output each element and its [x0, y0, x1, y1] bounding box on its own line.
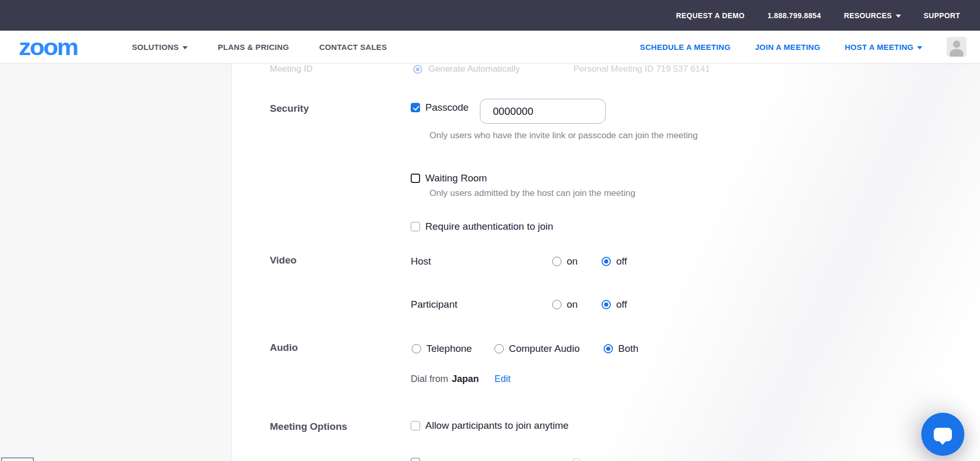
waiting-room-row: Waiting Room — [411, 173, 487, 184]
chevron-down-icon — [917, 46, 922, 49]
personal-meeting-id-label[interactable]: Personal Meeting ID 719 537 6141 — [573, 64, 710, 74]
nav-solutions[interactable]: SOLUTIONS — [132, 43, 188, 51]
participant-on-label: on — [567, 299, 578, 310]
main-navbar: zoom SOLUTIONS PLANS & PRICING CONTACT S… — [0, 31, 980, 63]
host-meeting-label: HOST A MEETING — [845, 43, 913, 51]
generate-automatically-label[interactable]: Generate Automatically — [428, 64, 520, 74]
join-meeting-link[interactable]: JOIN A MEETING — [755, 43, 820, 51]
avatar-person-icon — [953, 41, 960, 48]
meeting-id-row-clipped: Meeting ID Generate Automatically Person… — [232, 63, 980, 77]
schedule-meeting-link[interactable]: SCHEDULE A MEETING — [640, 43, 730, 51]
page-body: Meeting ID Generate Automatically Person… — [0, 63, 980, 461]
chat-widget-button[interactable] — [921, 413, 964, 456]
host-on-label: on — [567, 256, 578, 267]
passcode-checkbox[interactable] — [411, 103, 420, 112]
waiting-room-checkbox[interactable] — [411, 174, 420, 183]
host-meeting-menu[interactable]: HOST A MEETING — [845, 43, 922, 51]
require-auth-checkbox[interactable] — [411, 222, 420, 231]
host-off-radio[interactable] — [602, 257, 611, 266]
participant-video-radios: on off — [552, 299, 627, 310]
audio-radios: Telephone Computer Audio Both — [412, 343, 638, 354]
host-video-label: Host — [411, 256, 431, 267]
meeting-id-label: Meeting ID — [270, 64, 312, 74]
require-auth-row: Require authentication to join — [411, 221, 553, 232]
participant-on-radio[interactable] — [552, 300, 561, 309]
phone-number[interactable]: 1.888.799.8854 — [767, 11, 821, 20]
host-video-radios: on off — [552, 256, 627, 267]
request-demo-link[interactable]: REQUEST A DEMO — [676, 11, 744, 20]
computer-audio-radio[interactable] — [494, 344, 504, 353]
nav-left-group: SOLUTIONS PLANS & PRICING CONTACT SALES — [132, 43, 387, 51]
chevron-down-icon — [182, 46, 188, 49]
chat-bubble-icon — [934, 428, 952, 441]
both-radio[interactable] — [604, 344, 613, 353]
participant-off-radio[interactable] — [602, 300, 611, 309]
resources-label: RESOURCES — [844, 11, 892, 20]
schedule-meeting-form: Meeting ID Generate Automatically Person… — [232, 63, 980, 461]
generate-automatically-radio[interactable] — [413, 65, 422, 74]
resources-menu[interactable]: RESOURCES — [844, 11, 900, 20]
dial-from-prefix: Dial from — [411, 374, 448, 385]
edit-dial-in-link[interactable]: Edit — [494, 374, 511, 385]
support-link[interactable]: SUPPORT — [924, 11, 960, 20]
zoom-logo[interactable]: zoom — [19, 35, 77, 58]
join-anytime-row: Allow participants to join anytime — [411, 420, 569, 431]
left-gutter-panel — [0, 63, 232, 461]
telephone-radio[interactable] — [412, 344, 421, 353]
meeting-options-section-label: Meeting Options — [270, 421, 347, 432]
profile-avatar[interactable] — [947, 37, 966, 57]
host-on-radio[interactable] — [552, 257, 561, 266]
nav-contact-sales[interactable]: CONTACT SALES — [319, 43, 387, 51]
telephone-label: Telephone — [426, 343, 472, 354]
security-section-label: Security — [270, 103, 309, 114]
passcode-input[interactable] — [480, 99, 606, 124]
passcode-row: Passcode — [411, 102, 468, 113]
solutions-label: SOLUTIONS — [132, 43, 179, 51]
join-anytime-checkbox[interactable] — [411, 421, 420, 430]
audio-section-label: Audio — [270, 342, 298, 353]
clipped-next-radio[interactable] — [572, 458, 581, 461]
participant-off-label: off — [616, 299, 627, 310]
dial-from-country: Japan — [452, 374, 479, 385]
passcode-helper-text: Only users who have the invite link or p… — [429, 130, 698, 141]
chevron-down-icon — [896, 15, 901, 18]
waiting-room-label: Waiting Room — [425, 173, 487, 184]
host-off-label: off — [616, 256, 627, 267]
require-auth-label: Require authentication to join — [425, 221, 553, 232]
both-label: Both — [618, 343, 638, 354]
avatar-person-icon — [950, 49, 963, 57]
nav-right-group: SCHEDULE A MEETING JOIN A MEETING HOST A… — [640, 37, 966, 57]
passcode-label: Passcode — [425, 102, 468, 113]
waiting-room-helper-text: Only users admitted by the host can join… — [429, 188, 635, 199]
nav-plans-pricing[interactable]: PLANS & PRICING — [218, 43, 289, 51]
dial-from-row: Dial from Japan Edit — [411, 374, 511, 385]
join-anytime-label: Allow participants to join anytime — [425, 420, 569, 431]
video-section-label: Video — [270, 255, 296, 266]
computer-audio-label: Computer Audio — [509, 343, 580, 354]
clipped-next-checkbox[interactable] — [411, 458, 420, 461]
top-utility-bar: REQUEST A DEMO 1.888.799.8854 RESOURCES … — [0, 0, 980, 31]
clipped-bottom-left-box — [1, 457, 34, 461]
participant-video-label: Participant — [411, 299, 458, 310]
